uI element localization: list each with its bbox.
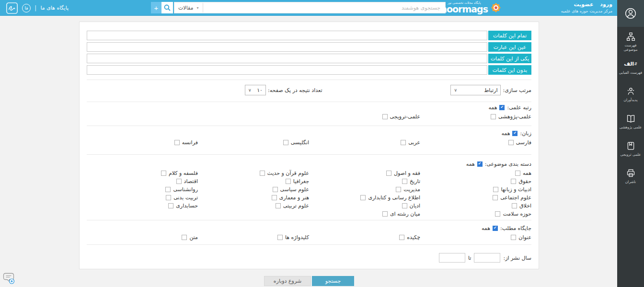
language-badge[interactable]: فا (22, 4, 31, 12)
option-checkbox[interactable] (260, 171, 265, 176)
our-sites-link[interactable]: پایگاه های ما (40, 5, 69, 11)
option-checkbox[interactable] (174, 140, 180, 145)
sidebar-item-0[interactable]: فهرست موضوعی (617, 27, 644, 54)
sidebar-item-3[interactable]: علمی پژوهشی (617, 109, 644, 136)
option-checkbox[interactable] (511, 179, 516, 184)
checkbox-option[interactable]: مدیریت (396, 185, 420, 194)
field-label-button[interactable]: بدون این کلمات (488, 65, 531, 75)
option-checkbox[interactable] (493, 195, 498, 200)
option-checkbox[interactable] (283, 140, 288, 145)
checkbox-option[interactable]: متن (182, 233, 198, 241)
sidebar-item-1[interactable]: الف⇵ فهرست الفبایی (617, 54, 644, 81)
option-checkbox[interactable] (276, 203, 281, 208)
option-checkbox[interactable] (273, 187, 278, 192)
checkbox-option[interactable]: چکیده (399, 233, 420, 241)
checkbox-option[interactable]: علوم سیاسی (273, 185, 309, 194)
option-checkbox[interactable] (166, 195, 171, 200)
option-checkbox[interactable] (176, 179, 182, 184)
option-checkbox[interactable] (277, 235, 283, 240)
all-checkbox[interactable] (499, 105, 505, 110)
all-checkbox[interactable] (512, 131, 518, 136)
checkbox-option[interactable]: میان رشته ای (382, 210, 420, 218)
option-checkbox[interactable] (401, 140, 406, 145)
sidebar-item-2[interactable]: پدیدآوران (617, 81, 644, 109)
user-account-button[interactable] (617, 0, 644, 27)
option-checkbox[interactable] (182, 235, 187, 240)
field-input-2[interactable] (87, 54, 487, 63)
option-checkbox[interactable] (515, 171, 520, 176)
option-checkbox[interactable] (511, 235, 516, 240)
option-checkbox[interactable] (272, 195, 277, 200)
membership-link[interactable]: عضویت (574, 1, 593, 8)
option-checkbox[interactable] (168, 203, 173, 208)
option-checkbox[interactable] (402, 203, 407, 208)
checkbox-option[interactable]: علوم تربیتی (276, 202, 309, 210)
feedback-chat-button[interactable] (2, 271, 15, 285)
option-checkbox[interactable] (508, 140, 514, 145)
checkbox-option[interactable]: فرانسه (174, 138, 198, 147)
checkbox-option[interactable]: اطلاع رسانی و کتابداری (360, 194, 420, 202)
login-link[interactable]: ورود (600, 1, 612, 8)
field-label-button[interactable]: عین این عبارت (488, 42, 531, 52)
checkbox-option[interactable]: انگلیسی (283, 138, 309, 147)
checkbox-option[interactable]: کلیدواژه ها (277, 233, 309, 241)
field-label-button[interactable]: تمام این کلمات (488, 31, 531, 40)
year-to-input[interactable] (439, 253, 465, 263)
field-input-0[interactable] (87, 31, 487, 40)
advanced-search-plus-button[interactable]: + (151, 2, 161, 13)
checkbox-option[interactable]: هنر و معماری (272, 194, 309, 202)
option-checkbox[interactable] (495, 211, 500, 217)
checkbox-option[interactable]: همه (515, 169, 531, 177)
option-checkbox[interactable] (396, 187, 401, 192)
checkbox-option[interactable]: فارسی (508, 138, 531, 147)
option-checkbox[interactable] (360, 195, 366, 200)
option-checkbox[interactable] (382, 114, 388, 119)
year-from-input[interactable] (474, 253, 500, 263)
field-input-1[interactable] (87, 42, 487, 52)
checkbox-option[interactable]: علمی-ترویجی (382, 113, 420, 121)
checkbox-option[interactable]: ادیان (402, 202, 420, 210)
search-submit-button[interactable] (161, 2, 173, 13)
option-checkbox[interactable] (382, 211, 388, 217)
option-checkbox[interactable] (165, 187, 171, 192)
smart-search-input[interactable] (174, 2, 446, 13)
option-checkbox[interactable] (512, 203, 517, 208)
checkbox-option[interactable]: حوزه سلامت (495, 210, 531, 218)
all-checkbox[interactable] (477, 161, 483, 167)
hawzah-logo-icon[interactable] (6, 2, 18, 14)
checkbox-option[interactable]: اقتصاد (176, 177, 198, 185)
checkbox-option[interactable]: حقوق (511, 177, 531, 185)
option-checkbox[interactable] (161, 171, 166, 176)
field-input-3[interactable] (87, 65, 487, 75)
scope-dropdown[interactable]: مقالات ▾ (174, 3, 203, 12)
checkbox-option[interactable]: اخلاق (512, 202, 531, 210)
hawzah-center-link[interactable]: مرکز مدیریت حوزه های علمیه (561, 9, 612, 13)
search-button[interactable]: جستجو (312, 276, 354, 286)
option-checkbox[interactable] (399, 235, 404, 240)
checkbox-option[interactable]: تاریخ (402, 177, 420, 185)
checkbox-option[interactable]: عنوان (511, 233, 531, 241)
per-page-select[interactable]: ۱۰ ∨ (245, 85, 266, 95)
checkbox-option[interactable]: روانشناسی (165, 185, 198, 194)
sort-select[interactable]: ارتباط ∨ (450, 85, 501, 95)
option-checkbox[interactable] (491, 114, 496, 119)
option-checkbox[interactable] (386, 171, 391, 176)
sidebar-item-5[interactable]: ناشران (617, 163, 644, 191)
checkbox-option[interactable]: تربیت بدنی (166, 194, 198, 202)
reset-button[interactable]: شروع دوباره (264, 276, 311, 286)
checkbox-option[interactable]: جغرافیا (286, 177, 309, 185)
option-checkbox[interactable] (402, 179, 407, 184)
checkbox-option[interactable]: علوم اجتماعی (493, 194, 531, 202)
noormags-logo[interactable]: پایگاه مجلات تخصصی نور noormags (440, 1, 502, 14)
checkbox-option[interactable]: عربی (401, 138, 420, 147)
sidebar-item-4[interactable]: علمی ترویجی (617, 136, 644, 163)
checkbox-option[interactable]: فقه و اصول (386, 169, 420, 177)
checkbox-option[interactable]: فلسفه و کلام (161, 169, 198, 177)
checkbox-option[interactable]: علوم قرآن و حدیث (260, 169, 309, 177)
checkbox-option[interactable]: ادبیات و زبانها (493, 185, 531, 194)
checkbox-option[interactable]: حسابداری (168, 202, 198, 210)
field-label-button[interactable]: یکی از این کلمات (488, 54, 531, 63)
option-checkbox[interactable] (493, 187, 498, 192)
all-checkbox[interactable] (493, 226, 498, 231)
checkbox-option[interactable]: علمی-پژوهشی (491, 113, 531, 121)
